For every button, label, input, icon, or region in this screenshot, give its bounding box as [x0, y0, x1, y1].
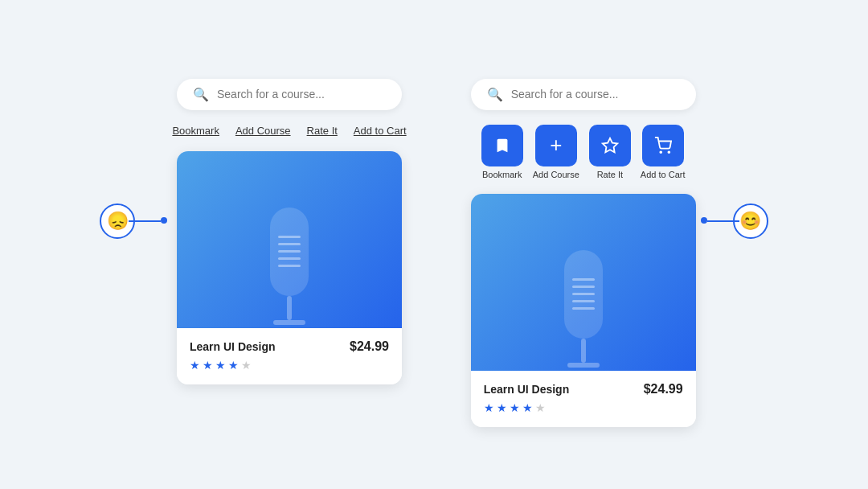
bookmark-label: Bookmark: [482, 170, 522, 179]
card-info-before: Learn UI Design $24.99 ★ ★ ★ ★ ★: [177, 328, 402, 384]
card-top-row-after: Learn UI Design $24.99: [484, 382, 683, 397]
rate-it-label: Rate It: [597, 170, 623, 179]
mic-line-a3: [572, 293, 595, 295]
star-3: ★: [215, 359, 226, 372]
star-1: ★: [190, 359, 200, 372]
mic-line-a4: [572, 300, 595, 302]
dot-left: [161, 217, 167, 224]
add-to-cart-button[interactable]: [642, 125, 684, 166]
star-a4: ★: [522, 401, 533, 414]
search-input-before[interactable]: [217, 88, 386, 101]
stars-before: ★ ★ ★ ★ ★: [190, 359, 389, 372]
card-top-row-before: Learn UI Design $24.99: [190, 339, 389, 354]
panel-after: 😊 🔍 Bookmark + Add Course: [471, 79, 696, 427]
svg-point-1: [660, 151, 661, 153]
svg-marker-0: [603, 138, 617, 151]
dot-right: [701, 217, 707, 224]
star-5: ★: [241, 359, 252, 372]
add-to-cart-link[interactable]: Add to Cart: [354, 125, 407, 137]
rate-it-link[interactable]: Rate It: [307, 125, 338, 137]
mic-line-a1: [572, 278, 595, 281]
add-to-cart-group: Add to Cart: [641, 125, 686, 179]
connector-left: [129, 220, 161, 222]
bookmark-group: Bookmark: [481, 125, 523, 179]
mic-line-4: [278, 257, 301, 260]
star-4: ★: [228, 359, 239, 372]
star-a1: ★: [484, 401, 494, 414]
mic-lines-after: [572, 278, 595, 310]
mic-line-a5: [572, 307, 595, 310]
mic-line-a2: [572, 286, 595, 288]
star-a2: ★: [497, 401, 507, 414]
add-course-button[interactable]: +: [535, 125, 577, 166]
star-a5: ★: [535, 401, 546, 414]
connector-right: [707, 220, 739, 222]
rate-it-group: Rate It: [589, 125, 631, 179]
search-bar-before[interactable]: 🔍: [177, 79, 402, 110]
card-title-before: Learn UI Design: [190, 340, 276, 353]
main-container: 😞 🔍 Bookmark Add Course Rate It Add to C…: [172, 63, 695, 427]
add-course-group: + Add Course: [533, 125, 579, 179]
add-course-label: Add Course: [533, 170, 579, 179]
mic-base: [273, 320, 305, 325]
mic-shape-after: [564, 250, 603, 339]
card-info-after: Learn UI Design $24.99 ★ ★ ★ ★ ★: [471, 371, 696, 427]
star-2: ★: [203, 359, 213, 372]
search-icon-before: 🔍: [193, 87, 209, 102]
mic-line-1: [278, 236, 301, 238]
mic-stand-after: [581, 339, 586, 363]
card-title-after: Learn UI Design: [484, 383, 570, 396]
card-price-after: $24.99: [644, 382, 683, 397]
bookmark-link[interactable]: Bookmark: [172, 125, 219, 137]
card-price-before: $24.99: [350, 339, 389, 354]
svg-point-2: [668, 151, 669, 153]
stars-after: ★ ★ ★ ★ ★: [484, 401, 683, 414]
add-course-link[interactable]: Add Course: [235, 125, 291, 137]
action-links-row: Bookmark Add Course Rate It Add to Cart: [172, 125, 406, 137]
search-icon-after: 🔍: [487, 87, 503, 102]
course-card-after: Learn UI Design $24.99 ★ ★ ★ ★ ★: [471, 194, 696, 427]
panel-before: 😞 🔍 Bookmark Add Course Rate It Add to C…: [172, 79, 406, 384]
mic-line-3: [278, 250, 301, 253]
mic-line-2: [278, 243, 301, 245]
mic-lines: [278, 236, 301, 267]
mic-base-after: [567, 363, 600, 368]
card-image-after: [471, 194, 696, 371]
bookmark-button[interactable]: [481, 125, 523, 166]
action-buttons-row: Bookmark + Add Course Rate It: [481, 125, 686, 179]
rate-it-button[interactable]: [589, 125, 631, 166]
card-image-before: [177, 151, 402, 328]
search-input-after[interactable]: [511, 88, 680, 101]
add-to-cart-label: Add to Cart: [641, 170, 686, 179]
mic-stand: [287, 296, 292, 320]
course-card-before: Learn UI Design $24.99 ★ ★ ★ ★ ★: [177, 151, 402, 384]
star-a3: ★: [510, 401, 520, 414]
mic-line-5: [278, 265, 301, 267]
search-bar-after[interactable]: 🔍: [471, 79, 696, 110]
mic-shape: [270, 208, 309, 296]
